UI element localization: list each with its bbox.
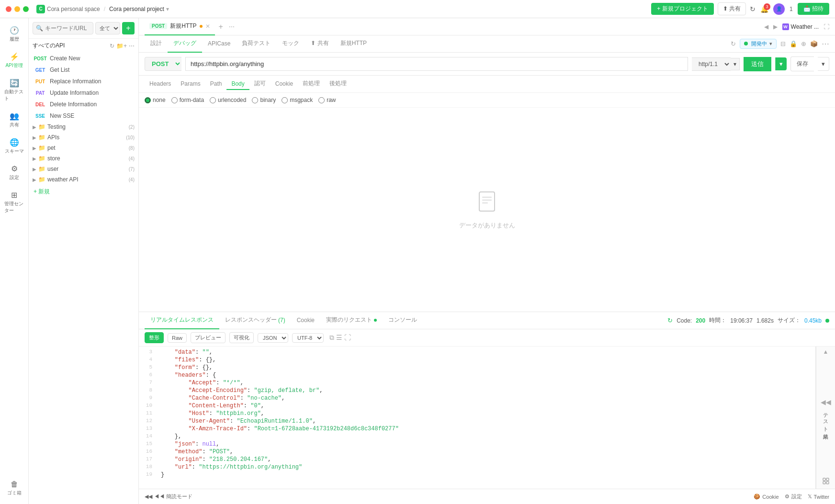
invite-button[interactable]: 📩 招待 [798, 3, 829, 15]
expand-response-icon[interactable]: ⛶ [344, 334, 351, 342]
sub-tab-loadtest[interactable]: 負荷テスト [236, 35, 276, 53]
notification-icon[interactable]: 🔔 3 [760, 5, 768, 13]
json-format-select[interactable]: JSON [258, 333, 288, 343]
add-api-button[interactable]: + [122, 22, 135, 34]
tree-item-pet[interactable]: ▶ 📁 pet (8) [29, 143, 138, 153]
body-tab-cookie[interactable]: Cookie [271, 78, 298, 90]
format-btn-visual[interactable]: 可視化 [229, 332, 254, 343]
code-editor[interactable]: 3 "data": "", 4 "files": {}, 5 "form": {… [139, 347, 816, 489]
http-version-select[interactable]: http/1.1 [692, 57, 731, 71]
body-tab-pre-process[interactable]: 前処理 [298, 78, 325, 90]
sidebar-item-schema[interactable]: 🌐 スキーマ [2, 134, 26, 158]
more-icon[interactable]: ⋯ [129, 43, 135, 49]
chevron-down-icon[interactable]: ▾ [166, 6, 169, 12]
api-item-put[interactable]: PUT Replace Information [29, 76, 138, 87]
response-tab-cookie[interactable]: Cookie [291, 312, 320, 329]
search-input[interactable] [45, 25, 90, 32]
radio-raw[interactable]: raw [318, 97, 336, 103]
api-item-del[interactable]: DEL Delete Information [29, 99, 138, 110]
sub-tab-apicase[interactable]: APICase [202, 35, 236, 53]
format-btn-raw[interactable]: Raw [168, 333, 187, 343]
sub-tab-share[interactable]: ⬆ 共有 [305, 35, 334, 53]
body-tab-headers[interactable]: Headers [145, 78, 176, 90]
cookie-link[interactable]: 🍪 Cookie [754, 493, 779, 500]
tree-item-apis[interactable]: ▶ 📁 APIs (10) [29, 132, 138, 143]
sub-tab-newhttp[interactable]: 新規HTTP [335, 35, 372, 53]
env-badge[interactable]: 開発中 ▾ [740, 39, 777, 49]
test-result-chevron[interactable]: ◀◀ [821, 398, 831, 406]
api-item-get[interactable]: GET Get List [29, 64, 138, 76]
api-item-sse[interactable]: SSE New SSE [29, 110, 138, 122]
copy-icon[interactable]: ⊕ [801, 40, 806, 47]
radio-binary[interactable]: binary [252, 97, 276, 103]
api-item-pat[interactable]: PAT Update Information [29, 87, 138, 99]
response-tab-actual-req[interactable]: 実際のリクエスト [320, 312, 383, 329]
save-button[interactable]: 保存 [790, 56, 814, 71]
radio-urlencoded[interactable]: urlencoded [210, 97, 246, 103]
minimize-button[interactable] [14, 6, 20, 12]
sidebar-item-share[interactable]: 👥 共有 [2, 108, 26, 132]
tree-item-testing[interactable]: ▶ 📁 Testing (2) [29, 122, 138, 132]
sidebar-item-history[interactable]: 🕐 履歴 [2, 22, 26, 46]
close-button[interactable] [6, 6, 11, 12]
tab-close-icon[interactable]: ✕ [205, 23, 210, 30]
copy-response-icon[interactable]: ⧉ [329, 334, 334, 342]
chevron-down-icon[interactable]: ▾ [769, 41, 772, 46]
sidebar-item-trash[interactable]: 🗑 ゴミ箱 [2, 476, 26, 500]
tab-more-icon[interactable]: ⋯ [227, 23, 237, 30]
sidebar-item-settings[interactable]: ⚙ 設定 [2, 160, 26, 185]
format-btn-preview[interactable]: プレビュー [191, 332, 226, 343]
avatar[interactable]: 👤 [773, 3, 785, 15]
lock-icon[interactable]: 🔒 [790, 40, 797, 47]
add-new-button[interactable]: + 新規 [29, 185, 138, 199]
radio-none[interactable]: none [145, 97, 166, 103]
sub-tab-mock[interactable]: モック [276, 35, 305, 53]
sync-icon[interactable]: ↻ [731, 40, 736, 47]
sub-tab-debug[interactable]: デバッグ [168, 35, 202, 53]
radio-msgpack[interactable]: msgpack [282, 97, 313, 103]
url-input[interactable] [185, 57, 688, 71]
save-arrow-button[interactable]: ▾ [818, 57, 829, 71]
more-options-icon[interactable]: ⋯ [822, 39, 829, 48]
settings-link[interactable]: ⚙ 設定 [785, 493, 802, 500]
filter-select[interactable]: 全て [95, 22, 120, 34]
tree-item-store[interactable]: ▶ 📁 store (4) [29, 153, 138, 164]
body-tab-post-process[interactable]: 後処理 [325, 78, 351, 90]
body-tab-params[interactable]: Params [176, 78, 205, 90]
twitter-link[interactable]: 𝕏 Twitter [808, 493, 829, 500]
sub-tab-setup[interactable]: 設計 [145, 35, 168, 53]
expand-layout-icon[interactable] [820, 475, 832, 487]
tree-item-weather-api[interactable]: ▶ 📁 weather API (4) [29, 174, 138, 185]
refresh-icon[interactable]: ↻ [750, 5, 756, 13]
simple-mode-button[interactable]: ◀◀ ◀◀ 簡読モード [145, 493, 192, 500]
refresh-icon[interactable]: ↻ [110, 43, 114, 49]
tab-add-icon[interactable]: + [215, 22, 227, 31]
maximize-button[interactable] [23, 6, 29, 12]
download-icon[interactable]: ☰ [336, 334, 342, 342]
response-tab-realtime[interactable]: リアルタイムレスポンス [145, 312, 219, 329]
send-button[interactable]: 送信 [744, 57, 771, 71]
next-icon[interactable]: ▶ [773, 23, 778, 30]
body-tab-body[interactable]: Body [226, 78, 249, 90]
sidebar-item-mgmt-center[interactable]: ⊞ 管理センター [2, 187, 26, 218]
tree-item-user[interactable]: ▶ 📁 user (7) [29, 164, 138, 174]
block-icon[interactable]: ⊟ [780, 40, 786, 47]
response-tab-headers[interactable]: レスポンスヘッダー (7) [219, 312, 291, 329]
response-tab-console[interactable]: コンソール [383, 312, 423, 329]
sidebar-item-auto-test[interactable]: 🔄 自動テスト [2, 75, 26, 106]
scroll-up-arrow[interactable]: ▲ [823, 348, 829, 355]
method-select[interactable]: POST [145, 57, 181, 71]
current-tab[interactable]: POST 新規HTTP ✕ [145, 18, 215, 35]
add-folder-icon[interactable]: 📁+ [116, 43, 127, 49]
expand-icon[interactable]: ⛶ [824, 23, 829, 30]
encoding-select[interactable]: UTF-8 [292, 333, 324, 343]
format-btn-整形[interactable]: 整形 [145, 332, 164, 343]
body-tab-auth[interactable]: 認可 [249, 78, 271, 90]
prev-icon[interactable]: ◀ [764, 23, 768, 30]
new-project-button[interactable]: + 新規プロジェクト [651, 3, 713, 15]
send-arrow-button[interactable]: ▾ [775, 57, 787, 70]
api-item-post[interactable]: POST Create New [29, 53, 138, 64]
share-top-button[interactable]: ⬆ 共有 [718, 2, 746, 15]
sidebar-item-api-mgmt[interactable]: ⚡ API管理 [2, 48, 26, 73]
radio-form-data[interactable]: form-data [171, 97, 204, 103]
